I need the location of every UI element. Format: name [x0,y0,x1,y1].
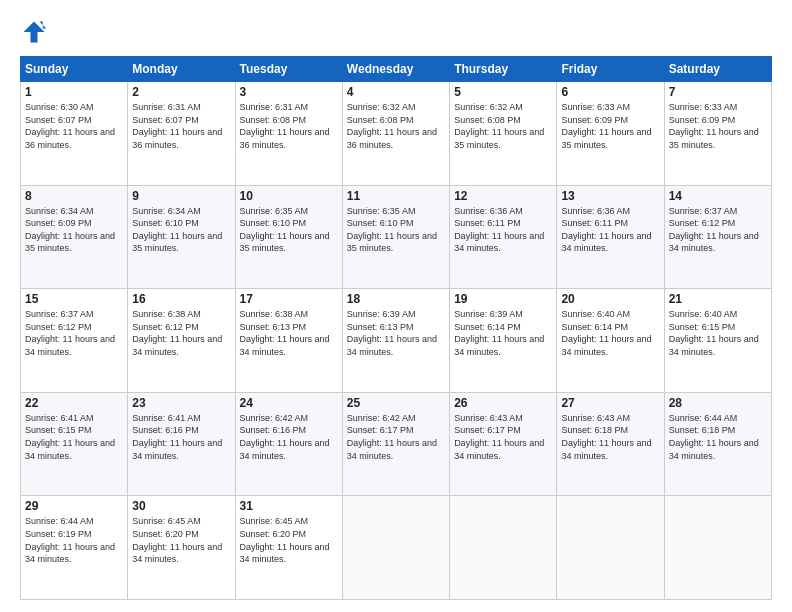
day-info: Sunrise: 6:31 AMSunset: 6:07 PMDaylight:… [132,101,230,151]
calendar-cell: 5Sunrise: 6:32 AMSunset: 6:08 PMDaylight… [450,82,557,186]
calendar-cell: 12Sunrise: 6:36 AMSunset: 6:11 PMDayligh… [450,185,557,289]
day-number: 30 [132,499,230,513]
day-info: Sunrise: 6:45 AMSunset: 6:20 PMDaylight:… [240,515,338,565]
day-number: 8 [25,189,123,203]
day-number: 6 [561,85,659,99]
day-number: 17 [240,292,338,306]
calendar-cell: 2Sunrise: 6:31 AMSunset: 6:07 PMDaylight… [128,82,235,186]
day-header-saturday: Saturday [664,57,771,82]
day-number: 23 [132,396,230,410]
day-info: Sunrise: 6:33 AMSunset: 6:09 PMDaylight:… [561,101,659,151]
day-number: 26 [454,396,552,410]
calendar-cell: 22Sunrise: 6:41 AMSunset: 6:15 PMDayligh… [21,392,128,496]
day-info: Sunrise: 6:30 AMSunset: 6:07 PMDaylight:… [25,101,123,151]
calendar-cell: 13Sunrise: 6:36 AMSunset: 6:11 PMDayligh… [557,185,664,289]
day-info: Sunrise: 6:37 AMSunset: 6:12 PMDaylight:… [669,205,767,255]
day-number: 20 [561,292,659,306]
calendar-cell: 10Sunrise: 6:35 AMSunset: 6:10 PMDayligh… [235,185,342,289]
calendar-cell [342,496,449,600]
calendar-cell: 18Sunrise: 6:39 AMSunset: 6:13 PMDayligh… [342,289,449,393]
calendar-cell: 28Sunrise: 6:44 AMSunset: 6:18 PMDayligh… [664,392,771,496]
day-number: 11 [347,189,445,203]
calendar-cell: 24Sunrise: 6:42 AMSunset: 6:16 PMDayligh… [235,392,342,496]
calendar-cell: 15Sunrise: 6:37 AMSunset: 6:12 PMDayligh… [21,289,128,393]
day-info: Sunrise: 6:38 AMSunset: 6:13 PMDaylight:… [240,308,338,358]
calendar-cell: 31Sunrise: 6:45 AMSunset: 6:20 PMDayligh… [235,496,342,600]
day-number: 19 [454,292,552,306]
day-info: Sunrise: 6:31 AMSunset: 6:08 PMDaylight:… [240,101,338,151]
page: SundayMondayTuesdayWednesdayThursdayFrid… [0,0,792,612]
day-info: Sunrise: 6:42 AMSunset: 6:17 PMDaylight:… [347,412,445,462]
calendar-cell: 29Sunrise: 6:44 AMSunset: 6:19 PMDayligh… [21,496,128,600]
calendar-cell: 4Sunrise: 6:32 AMSunset: 6:08 PMDaylight… [342,82,449,186]
day-number: 13 [561,189,659,203]
day-info: Sunrise: 6:39 AMSunset: 6:14 PMDaylight:… [454,308,552,358]
day-number: 25 [347,396,445,410]
day-info: Sunrise: 6:40 AMSunset: 6:14 PMDaylight:… [561,308,659,358]
calendar-cell: 23Sunrise: 6:41 AMSunset: 6:16 PMDayligh… [128,392,235,496]
calendar-cell [557,496,664,600]
day-header-friday: Friday [557,57,664,82]
day-info: Sunrise: 6:34 AMSunset: 6:09 PMDaylight:… [25,205,123,255]
day-info: Sunrise: 6:43 AMSunset: 6:17 PMDaylight:… [454,412,552,462]
day-header-sunday: Sunday [21,57,128,82]
day-number: 22 [25,396,123,410]
day-number: 3 [240,85,338,99]
calendar-cell: 14Sunrise: 6:37 AMSunset: 6:12 PMDayligh… [664,185,771,289]
calendar-cell: 19Sunrise: 6:39 AMSunset: 6:14 PMDayligh… [450,289,557,393]
day-number: 1 [25,85,123,99]
svg-marker-0 [24,22,45,43]
calendar-cell [450,496,557,600]
day-number: 27 [561,396,659,410]
calendar-cell: 30Sunrise: 6:45 AMSunset: 6:20 PMDayligh… [128,496,235,600]
day-info: Sunrise: 6:38 AMSunset: 6:12 PMDaylight:… [132,308,230,358]
day-number: 10 [240,189,338,203]
day-info: Sunrise: 6:36 AMSunset: 6:11 PMDaylight:… [561,205,659,255]
day-info: Sunrise: 6:37 AMSunset: 6:12 PMDaylight:… [25,308,123,358]
calendar-cell: 25Sunrise: 6:42 AMSunset: 6:17 PMDayligh… [342,392,449,496]
calendar-cell: 3Sunrise: 6:31 AMSunset: 6:08 PMDaylight… [235,82,342,186]
calendar-cell: 1Sunrise: 6:30 AMSunset: 6:07 PMDaylight… [21,82,128,186]
calendar-cell: 21Sunrise: 6:40 AMSunset: 6:15 PMDayligh… [664,289,771,393]
calendar-cell [664,496,771,600]
calendar-cell: 17Sunrise: 6:38 AMSunset: 6:13 PMDayligh… [235,289,342,393]
day-number: 31 [240,499,338,513]
calendar-cell: 20Sunrise: 6:40 AMSunset: 6:14 PMDayligh… [557,289,664,393]
header [20,18,772,46]
day-info: Sunrise: 6:44 AMSunset: 6:18 PMDaylight:… [669,412,767,462]
day-header-thursday: Thursday [450,57,557,82]
day-header-monday: Monday [128,57,235,82]
calendar-cell: 11Sunrise: 6:35 AMSunset: 6:10 PMDayligh… [342,185,449,289]
day-number: 24 [240,396,338,410]
day-number: 16 [132,292,230,306]
day-info: Sunrise: 6:42 AMSunset: 6:16 PMDaylight:… [240,412,338,462]
day-info: Sunrise: 6:35 AMSunset: 6:10 PMDaylight:… [347,205,445,255]
day-number: 4 [347,85,445,99]
day-number: 29 [25,499,123,513]
day-number: 9 [132,189,230,203]
day-info: Sunrise: 6:32 AMSunset: 6:08 PMDaylight:… [454,101,552,151]
day-number: 12 [454,189,552,203]
day-number: 28 [669,396,767,410]
calendar-cell: 7Sunrise: 6:33 AMSunset: 6:09 PMDaylight… [664,82,771,186]
calendar-cell: 9Sunrise: 6:34 AMSunset: 6:10 PMDaylight… [128,185,235,289]
day-header-wednesday: Wednesday [342,57,449,82]
day-number: 5 [454,85,552,99]
day-info: Sunrise: 6:32 AMSunset: 6:08 PMDaylight:… [347,101,445,151]
calendar-cell: 8Sunrise: 6:34 AMSunset: 6:09 PMDaylight… [21,185,128,289]
day-number: 7 [669,85,767,99]
day-info: Sunrise: 6:36 AMSunset: 6:11 PMDaylight:… [454,205,552,255]
day-info: Sunrise: 6:34 AMSunset: 6:10 PMDaylight:… [132,205,230,255]
calendar-cell: 6Sunrise: 6:33 AMSunset: 6:09 PMDaylight… [557,82,664,186]
day-info: Sunrise: 6:39 AMSunset: 6:13 PMDaylight:… [347,308,445,358]
day-info: Sunrise: 6:33 AMSunset: 6:09 PMDaylight:… [669,101,767,151]
day-number: 18 [347,292,445,306]
day-number: 14 [669,189,767,203]
day-number: 15 [25,292,123,306]
svg-marker-1 [39,22,46,29]
calendar-cell: 27Sunrise: 6:43 AMSunset: 6:18 PMDayligh… [557,392,664,496]
logo-icon [20,18,48,46]
day-info: Sunrise: 6:40 AMSunset: 6:15 PMDaylight:… [669,308,767,358]
day-info: Sunrise: 6:35 AMSunset: 6:10 PMDaylight:… [240,205,338,255]
day-info: Sunrise: 6:44 AMSunset: 6:19 PMDaylight:… [25,515,123,565]
